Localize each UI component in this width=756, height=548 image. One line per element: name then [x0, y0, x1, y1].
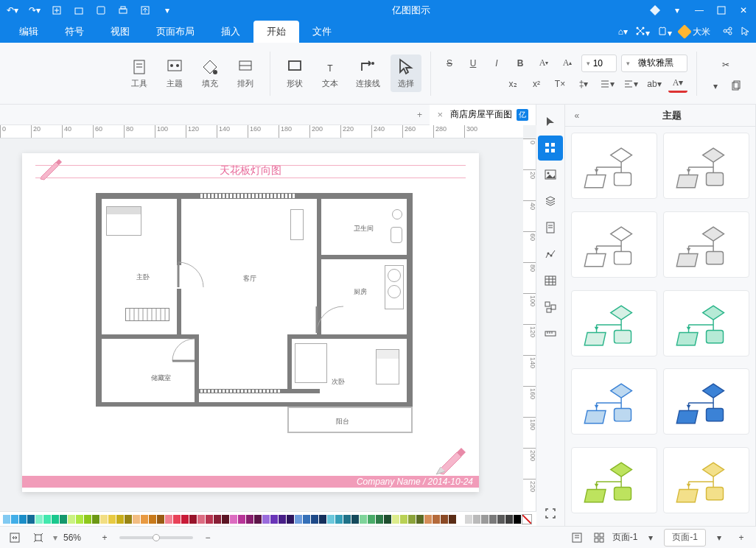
- color-swatch[interactable]: [52, 515, 59, 524]
- page-selector[interactable]: 页面-1: [664, 529, 706, 547]
- color-swatch[interactable]: [165, 515, 172, 524]
- cursor-icon[interactable]: [740, 26, 750, 38]
- page-add-icon[interactable]: +: [732, 529, 750, 547]
- tab-edit[interactable]: 编辑: [6, 21, 52, 43]
- theme-thumb[interactable]: [663, 290, 749, 356]
- theme-thumb[interactable]: [571, 211, 657, 278]
- color-swatch[interactable]: [295, 515, 302, 524]
- color-swatch[interactable]: [116, 515, 124, 524]
- theme-thumb[interactable]: [663, 447, 749, 513]
- color-swatch[interactable]: [311, 515, 318, 524]
- color-swatch[interactable]: [392, 515, 399, 524]
- doc-tab-add-icon[interactable]: +: [409, 105, 430, 125]
- color-swatch[interactable]: [197, 515, 205, 524]
- window-min-icon[interactable]: —: [691, 2, 707, 18]
- home-icon[interactable]: ⌂▾: [618, 27, 628, 37]
- color-swatch[interactable]: [19, 515, 27, 524]
- no-color-swatch[interactable]: [522, 514, 532, 524]
- color-swatch[interactable]: [473, 515, 480, 524]
- color-swatch[interactable]: [279, 515, 286, 524]
- tool-ruler[interactable]: [538, 321, 563, 346]
- font-grow-icon[interactable]: A▴: [558, 55, 577, 72]
- color-swatch[interactable]: [489, 515, 497, 524]
- color-swatch[interactable]: [43, 515, 51, 524]
- color-swatch[interactable]: [206, 515, 213, 524]
- color-swatch[interactable]: [449, 515, 456, 524]
- color-swatch[interactable]: [133, 515, 140, 524]
- color-swatch[interactable]: [222, 515, 229, 524]
- color-swatch[interactable]: [35, 515, 43, 524]
- page-thumb-icon[interactable]: [590, 529, 608, 547]
- color-swatch[interactable]: [60, 515, 67, 524]
- page-nav-prev-icon[interactable]: ▾: [642, 529, 659, 547]
- floor-plan[interactable]: 主卧客厅卫生间厨房储藏室次卧阳台: [96, 193, 413, 446]
- page-list-icon[interactable]: [568, 529, 586, 547]
- color-swatch[interactable]: [157, 515, 164, 524]
- open-icon[interactable]: [71, 2, 87, 18]
- print-icon[interactable]: [115, 2, 131, 18]
- color-swatch[interactable]: [465, 515, 472, 524]
- zoom-out-icon[interactable]: −: [199, 529, 217, 547]
- align-v-icon[interactable]: ▾: [598, 75, 617, 93]
- color-swatch[interactable]: [27, 515, 35, 524]
- sidebar-collapse-icon[interactable]: «: [565, 105, 589, 127]
- color-swatch[interactable]: [433, 515, 440, 524]
- theme-thumb[interactable]: [571, 447, 657, 513]
- window-max-icon[interactable]: [713, 2, 729, 18]
- tool-page[interactable]: [538, 215, 563, 240]
- color-swatch[interactable]: [3, 515, 10, 524]
- ribbon-select[interactable]: 选择: [391, 55, 421, 92]
- font-shrink-icon[interactable]: A▾: [534, 55, 553, 72]
- color-swatch[interactable]: [287, 515, 294, 524]
- ribbon-text[interactable]: T文本: [315, 55, 346, 92]
- color-swatch[interactable]: [92, 515, 99, 524]
- dropdown-icon[interactable]: ▾: [669, 2, 685, 18]
- color-swatch[interactable]: [141, 515, 148, 524]
- color-swatch[interactable]: [254, 515, 262, 524]
- share-icon[interactable]: [722, 26, 732, 38]
- color-swatch[interactable]: [173, 515, 181, 524]
- color-swatch[interactable]: [376, 515, 383, 524]
- tool-fullscreen[interactable]: [538, 501, 563, 526]
- redo-icon[interactable]: ↷▾: [27, 2, 43, 18]
- undo-icon[interactable]: ↶▾: [4, 2, 21, 18]
- color-swatch[interactable]: [230, 515, 237, 524]
- color-swatch[interactable]: [408, 515, 416, 524]
- tool-image[interactable]: [538, 162, 563, 187]
- tab-layout[interactable]: 页面布局: [143, 21, 208, 43]
- color-swatch[interactable]: [303, 515, 310, 524]
- color-swatch[interactable]: [327, 515, 335, 524]
- color-swatch[interactable]: [214, 515, 221, 524]
- fit-width-icon[interactable]: [6, 529, 24, 547]
- doc-tab-close-icon[interactable]: ×: [437, 109, 443, 120]
- color-swatch[interactable]: [125, 515, 132, 524]
- grid-icon[interactable]: ▾: [635, 26, 650, 38]
- tab-view[interactable]: 视图: [97, 21, 143, 43]
- doc-tab[interactable]: 亿 商店房屋平面图 ×: [430, 105, 536, 125]
- tool-shapes[interactable]: [538, 136, 563, 161]
- fit-page-icon[interactable]: [29, 529, 47, 547]
- ribbon-shape[interactable]: 形状: [279, 55, 310, 92]
- color-swatch[interactable]: [149, 515, 156, 524]
- theme-thumb[interactable]: [663, 133, 749, 199]
- tool-table[interactable]: [538, 268, 563, 293]
- zoom-in-icon[interactable]: +: [96, 529, 113, 547]
- color-swatch[interactable]: [108, 515, 116, 524]
- tab-insert[interactable]: 插入: [208, 21, 253, 43]
- page[interactable]: 天花板灯向图: [22, 153, 479, 492]
- page-nav-next-icon[interactable]: ▾: [710, 529, 728, 547]
- bold-button[interactable]: B: [511, 55, 530, 72]
- new-icon[interactable]: [49, 2, 65, 18]
- fontcolor-button[interactable]: A▾: [668, 75, 687, 93]
- color-swatch[interactable]: [368, 515, 375, 524]
- zoom-slider[interactable]: [119, 536, 193, 539]
- color-swatch[interactable]: [11, 515, 18, 524]
- color-swatch[interactable]: [76, 515, 83, 524]
- tool-components[interactable]: [538, 295, 563, 320]
- tool-pointer[interactable]: [538, 109, 563, 134]
- color-swatch[interactable]: [238, 515, 245, 524]
- color-swatch[interactable]: [424, 515, 432, 524]
- tab-file[interactable]: 文件: [299, 21, 345, 43]
- highlight-button[interactable]: ab▾: [645, 75, 664, 93]
- color-swatch[interactable]: [384, 515, 391, 524]
